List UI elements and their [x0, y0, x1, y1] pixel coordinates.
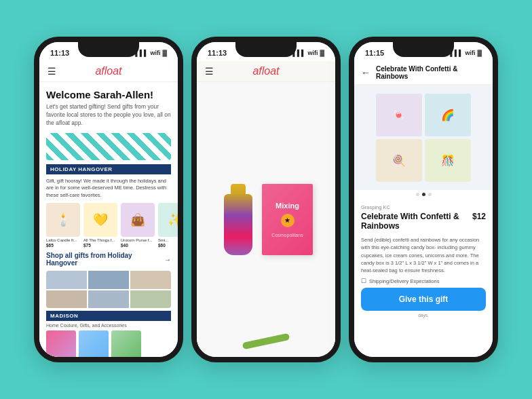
product-detail-name: Celebrate With Confetti & Rainbows [361, 212, 472, 231]
product-name-2: All The Things f... [83, 238, 117, 243]
candy-image-grid: 🍬 🌈 🍭 🎊 [376, 94, 471, 182]
madison-product-img-3 [111, 330, 141, 357]
holiday-section-text: Gift, gift hooray! We made it through th… [46, 178, 171, 200]
shop-link-text: Shop all gifts from Holiday Hangover [46, 252, 162, 267]
candy-cell-1: 🍬 [376, 94, 422, 136]
product-card-3[interactable]: 👜 Unicorn Purse f... $40 [121, 203, 155, 248]
madison-product-3[interactable] [111, 330, 141, 357]
product-img-3: 👜 [121, 203, 155, 237]
book-pink[interactable]: Mixing ★ Cosmopolitans [262, 184, 313, 255]
product-description: Send (edible) confetti and rainbows for … [361, 236, 486, 274]
product-img-1: 🕯️ [46, 203, 80, 237]
madison-header[interactable]: MADISON [46, 311, 171, 321]
phone-3-status-icons: ▌▌▌ wifi ▓ [450, 50, 482, 56]
image-dots [354, 190, 493, 199]
candy-cell-3: 🍭 [376, 139, 422, 182]
product-price-2: $75 [83, 243, 117, 248]
product-detail-content: Grasping KC Celebrate With Confetti & Ra… [354, 199, 493, 357]
phone-1-screen: ☰ afloat Welcome Sarah-Allen! Let's get … [39, 61, 178, 357]
hamburger-icon-2[interactable]: ☰ [205, 66, 214, 77]
shaker-body [224, 194, 252, 255]
madison-product-img-1 [46, 330, 76, 357]
phone-1: 11:13 ▌▌▌ wifi ▓ ☰ afloat Welcome Sarah-… [34, 37, 183, 362]
product-detail-price: $12 [472, 212, 486, 221]
madison-products [46, 330, 171, 357]
phones-container: 11:13 ▌▌▌ wifi ▓ ☰ afloat Welcome Sarah-… [20, 23, 512, 376]
store-cell-6 [130, 290, 171, 309]
holiday-section-header[interactable]: HOLIDAY HANGOVER [46, 164, 171, 174]
dot-1[interactable] [416, 193, 419, 196]
product-name-3: Unicorn Purse f... [121, 238, 155, 243]
product-detail-header-title: Celebrate With Confetti & Rainbows [376, 65, 486, 80]
phone-2-time: 11:13 [208, 49, 227, 57]
product-card-1[interactable]: 🕯️ Lafco Candle fr... $65 [46, 203, 80, 248]
dot-3[interactable] [428, 193, 432, 196]
cocktail-shaker [219, 184, 256, 255]
book-icon: ★ [281, 214, 294, 227]
product-price-1: $65 [46, 243, 80, 248]
welcome-subtitle: Let's get started gifting! Send gifts fr… [46, 103, 171, 128]
product-card-2[interactable]: 💛 All The Things f... $75 [83, 203, 117, 248]
product-name-4: Smi... [158, 238, 178, 243]
phone-1-header: ☰ afloat [39, 61, 178, 82]
home-content: Welcome Sarah-Allen! Let's get started g… [39, 82, 178, 357]
store-cell-4 [46, 290, 87, 309]
battery-icon: ▓ [162, 50, 167, 56]
product-img-2: 💛 [83, 203, 117, 237]
product-row: 🕯️ Lafco Candle fr... $65 💛 All The Thin… [46, 203, 171, 248]
shop-link-arrow: → [164, 256, 171, 263]
store-tag[interactable]: Grasping KC [361, 204, 486, 210]
madison-product-img-2 [79, 330, 109, 357]
shop-link[interactable]: Shop all gifts from Holiday Hangover → [46, 252, 171, 267]
candy-cell-2: 🌈 [425, 94, 471, 136]
store-cell-2 [88, 271, 129, 289]
app-logo[interactable]: afloat [95, 65, 121, 77]
product-img-4: ✨ [158, 203, 178, 237]
phone-2-notch [235, 42, 297, 57]
give-gift-button[interactable]: Give this gift [361, 288, 486, 311]
book-subtitle: Cosmopolitans [271, 233, 303, 238]
phone-3-time: 11:15 [365, 49, 384, 57]
banner-pattern [46, 133, 171, 160]
phone-2-header: ☰ afloat [197, 61, 335, 82]
bottom-note: days. [361, 313, 486, 318]
candy-image-area: 🍬 🌈 🍭 🎊 [354, 85, 493, 190]
phone-1-status-icons: ▌▌▌ wifi ▓ [135, 50, 167, 56]
product-card-4[interactable]: ✨ Smi... $60 [158, 203, 178, 248]
app-logo-2[interactable]: afloat [252, 65, 279, 77]
shipping-link[interactable]: ☐ Shipping/Delivery Expectations [361, 278, 486, 284]
shipping-label: Shipping/Delivery Expectations [369, 278, 439, 284]
phone-2-status-icons: ▌▌▌ wifi ▓ [292, 50, 324, 56]
wifi-icon: wifi [150, 50, 160, 56]
store-cell-5 [88, 290, 129, 309]
phone-3: 11:15 ▌▌▌ wifi ▓ ← Celebrate With Confet… [349, 37, 498, 362]
back-arrow-icon[interactable]: ← [361, 67, 370, 78]
candy-cell-4: 🎊 [425, 139, 471, 182]
checkbox-icon: ☐ [361, 278, 366, 284]
name-price-row: Celebrate With Confetti & Rainbows $12 [361, 212, 486, 233]
welcome-title: Welcome Sarah-Allen! [46, 89, 171, 100]
madison-sub: Home Couture, Gifts, and Accessories [46, 323, 171, 328]
book-title: Mixing [276, 202, 299, 210]
hamburger-icon[interactable]: ☰ [48, 66, 56, 77]
phone-2-screen: ☰ afloat Mixing ★ Cosmopolitans [197, 61, 335, 357]
product-main: Mixing ★ Cosmopolitans [197, 82, 335, 357]
product-price-3: $40 [121, 243, 155, 248]
madison-product-2[interactable] [79, 330, 109, 357]
phone-3-screen: ← Celebrate With Confetti & Rainbows 🍬 🌈… [354, 61, 493, 357]
phone-2: 11:13 ▌▌▌ wifi ▓ ☰ afloat Mixing [191, 37, 341, 362]
dot-2-active[interactable] [422, 193, 425, 196]
madison-product-1[interactable] [46, 330, 76, 357]
store-cell-3 [130, 271, 171, 289]
battery-icon-2: ▓ [320, 50, 324, 56]
product-showcase: Mixing ★ Cosmopolitans [219, 184, 313, 255]
wifi-icon-2: wifi [307, 50, 318, 56]
phone-1-notch [78, 42, 139, 57]
battery-icon-3: ▓ [477, 50, 482, 56]
phone-1-time: 11:13 [50, 49, 69, 57]
product-price-4: $60 [158, 243, 178, 248]
store-cell-1 [46, 271, 87, 289]
product-name-1: Lafco Candle fr... [46, 238, 80, 243]
back-header: ← Celebrate With Confetti & Rainbows [354, 61, 493, 85]
phone-3-notch [393, 42, 454, 57]
